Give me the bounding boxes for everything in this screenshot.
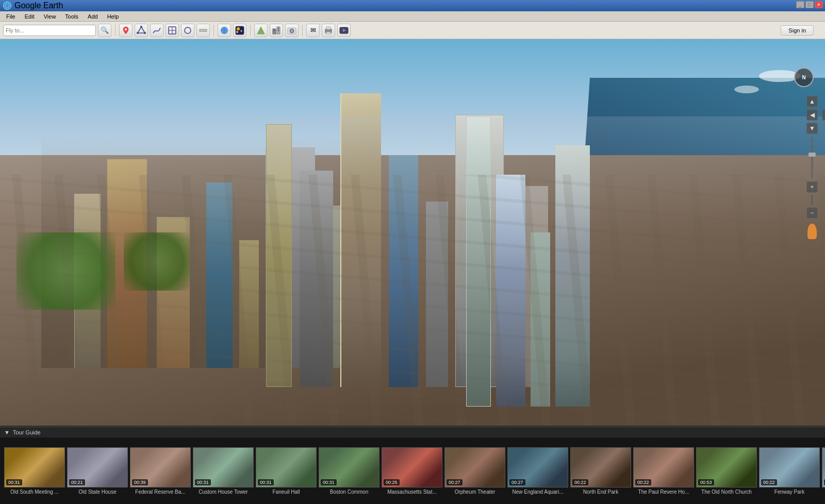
title-bar: Google Earth _ □ ✕ [0,0,825,11]
tour-thumbnail: 00:22 [633,447,694,488]
tour-item[interactable]: 00:27Orpheum Theater [444,447,505,495]
print-button[interactable] [322,24,335,37]
earth-view-button[interactable] [218,24,231,37]
tour-item-label: New England Aquari... [507,488,568,495]
tour-time-badge: 00:27 [509,479,525,485]
minimize-button[interactable]: _ [796,1,804,8]
tour-item[interactable]: 00:22Cape Neddick Light... [822,447,825,495]
tour-item-label: Massachusetts Stat... [382,488,442,495]
tour-item[interactable]: 00:22Fenway Park [759,447,820,495]
menu-add[interactable]: Add [84,13,102,20]
window-controls[interactable]: _ □ ✕ [796,1,823,8]
menu-edit[interactable]: Edit [21,13,39,20]
tour-item-label: Faneuil Hall [256,488,317,495]
svg-point-0 [4,2,11,9]
tour-thumbnail: 00:53 [696,447,757,488]
tour-thumbnail: 00:31 [4,447,65,488]
zoom-out-button[interactable]: − [806,207,818,219]
tour-thumbnail: 00:22 [822,447,825,488]
tour-thumbnail: 00:27 [444,447,505,488]
svg-marker-23 [257,27,265,34]
tilt-right-button[interactable]: ▶ [822,109,825,121]
zoom-thumb[interactable] [808,153,816,157]
tour-item[interactable]: 00:39Federal Reserve Ba... [130,447,191,495]
svg-point-11 [185,27,191,33]
tour-time-badge: 00:25 [384,479,400,485]
navigation-controls: ▲ ◀ ▶ ▼ + − [806,96,818,239]
tour-thumbnail: 00:22 [570,447,631,488]
main-3d-view[interactable]: N ▲ ◀ ▶ ▼ + − [0,39,825,426]
svg-rect-24 [273,29,276,34]
tour-thumbnail: 00:25 [382,447,442,488]
svg-point-16 [221,27,228,34]
tour-item-label: Federal Reserve Ba... [130,488,191,495]
movie-button[interactable] [337,24,351,37]
tour-item-label: The Paul Revere Ho... [633,488,694,495]
tour-item[interactable]: 00:25Massachusetts Stat... [382,447,442,495]
tour-item-label: Cape Neddick Light... [822,488,825,495]
circle-button[interactable] [181,24,194,37]
search-button[interactable]: 🔍 [98,24,111,37]
buildings-button[interactable] [270,24,283,37]
tour-time-badge: 00:31 [6,479,22,485]
tour-item[interactable]: 00:22North End Park [570,447,631,495]
add-polygon-button[interactable] [135,24,148,37]
svg-rect-26 [274,30,275,31]
tilt-down-button[interactable]: ▼ [806,123,818,134]
menu-tools[interactable]: Tools [61,13,82,20]
tour-time-badge: 00:53 [698,479,714,485]
tour-thumbnail: 00:31 [256,447,317,488]
close-button[interactable]: ✕ [815,1,823,8]
tour-item[interactable]: 00:31Faneuil Hall [256,447,317,495]
tour-thumbnail: 00:31 [193,447,254,488]
tour-item-label: The Old North Church [696,488,757,495]
tour-time-badge: 00:22 [761,479,777,485]
tour-item[interactable]: 00:31Boston Common [319,447,380,495]
toolbar: 🔍 ✉ Sign in [0,22,825,39]
svg-rect-34 [326,32,331,34]
tour-item[interactable]: 00:53The Old North Church [696,447,757,495]
tour-item[interactable]: 00:22The Paul Revere Ho... [633,447,694,495]
street-view-person[interactable] [807,224,817,239]
tour-thumbnail: 00:21 [67,447,128,488]
svg-rect-19 [236,26,244,35]
overlay-button[interactable] [166,24,179,37]
tour-time-badge: 00:27 [447,479,463,485]
svg-rect-33 [326,27,331,29]
terrain-button[interactable] [254,24,268,37]
tilt-up-button[interactable]: ▲ [806,96,818,107]
road-grid [0,175,825,426]
menu-file[interactable]: File [2,13,20,20]
tour-thumbnail: 00:27 [507,447,568,488]
tour-item[interactable]: 00:31Custom House Tower [193,447,254,495]
menu-view[interactable]: View [40,13,60,20]
tour-item-label: North End Park [570,488,631,495]
email-button[interactable]: ✉ [306,24,320,37]
sign-in-button[interactable]: Sign in [781,25,814,36]
separator-3 [250,25,251,36]
add-path-button[interactable] [150,24,163,37]
compass[interactable]: N [794,68,815,88]
add-placemark-button[interactable] [119,24,133,37]
tilt-left-button[interactable]: ◀ [806,109,818,121]
tour-item[interactable]: 00:31Old South Meeting ... [4,447,65,495]
tour-item[interactable]: 00:27New England Aquari... [507,447,568,495]
tour-time-badge: 00:31 [258,479,274,485]
separator-1 [115,25,116,36]
svg-point-31 [291,30,293,32]
zoom-slider[interactable] [811,137,813,178]
tour-thumbnail: 00:22 [759,447,820,488]
menu-help[interactable]: Help [103,13,123,20]
tour-item-label: Old State House [67,488,128,495]
ruler-button[interactable] [196,24,210,37]
sky-view-button[interactable] [233,24,246,37]
tour-item[interactable]: 00:21Old State House [67,447,128,495]
tour-items-container[interactable]: 00:31Old South Meeting ...00:21Old State… [0,438,825,504]
app-title: Google Earth [14,1,63,10]
tour-item-label: Boston Common [319,488,380,495]
zoom-in-button[interactable]: + [806,181,818,193]
search-input[interactable] [3,25,96,36]
tour-time-badge: 00:22 [572,479,588,485]
maximize-button[interactable]: □ [805,1,814,8]
photo-button[interactable] [285,24,299,37]
